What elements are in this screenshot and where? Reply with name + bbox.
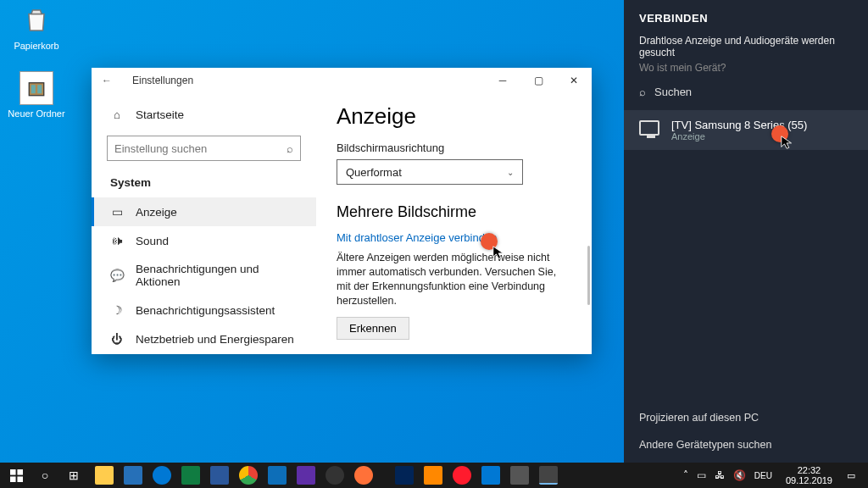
nav-category: System: [92, 171, 316, 197]
nav-label: Sound: [136, 235, 169, 247]
settings-window: ← Einstellungen ─ ▢ ✕ ⌂ Startseite Einst…: [92, 68, 592, 354]
taskbar-app-snip[interactable]: [292, 463, 320, 488]
window-title: Einstellungen: [132, 75, 193, 86]
taskbar-clock[interactable]: 22:32 09.12.2019: [781, 465, 837, 485]
connect-search-input[interactable]: ⌕ Suchen: [639, 86, 853, 98]
cortana-button[interactable]: ○: [32, 463, 58, 488]
svg-rect-2: [37, 85, 42, 93]
task-view-button[interactable]: ⊞: [58, 463, 90, 488]
taskbar-app-vlc[interactable]: [419, 463, 448, 488]
nav-home[interactable]: ⌂ Startseite: [92, 100, 316, 129]
taskbar-app-store[interactable]: [119, 463, 147, 488]
page-title: Anzeige: [337, 103, 571, 130]
taskbar-app-teamviewer[interactable]: [263, 463, 292, 488]
system-tray: ˄ ▭ 🖧 🔇 DEU: [676, 469, 779, 481]
sound-icon: 🕪: [110, 234, 124, 247]
search-placeholder: Einstellung suchen: [114, 142, 207, 155]
connect-status: Drahtlose Anzeige und Audiogeräte werden…: [639, 35, 853, 58]
taskbar-app-explorer[interactable]: [90, 463, 119, 488]
content-scrollbar[interactable]: [587, 246, 590, 305]
device-item-samsung-tv[interactable]: [TV] Samsung 8 Series (55) Anzeige: [624, 110, 868, 150]
titlebar: ← Einstellungen ─ ▢ ✕: [92, 68, 592, 93]
taskbar-app-chrome[interactable]: [234, 463, 263, 488]
tray-volume-icon[interactable]: 🔇: [733, 469, 746, 481]
nav-item-focus-assist[interactable]: ☽ Benachrichtigungsassistent: [92, 296, 316, 324]
dropdown-value: Querformat: [346, 166, 402, 179]
start-button[interactable]: [0, 463, 32, 488]
desktop-icon-new-folder[interactable]: Neuer Ordner: [7, 71, 66, 119]
svg-rect-1: [31, 85, 36, 93]
moon-icon: ☽: [110, 303, 124, 317]
taskbar-app-opera[interactable]: [448, 463, 476, 488]
search-icon: ⌕: [639, 86, 646, 98]
taskbar-app-generic[interactable]: [505, 463, 534, 488]
taskbar-app-powershell[interactable]: [390, 463, 419, 488]
nav-label: Netzbetrieb und Energiesparen: [136, 333, 294, 346]
taskbar-app-edge[interactable]: [147, 463, 176, 488]
nav-item-display[interactable]: ▭ Anzeige: [92, 197, 316, 226]
wireless-display-link[interactable]: Mit drahtloser Anzeige verbinden: [337, 231, 571, 244]
home-icon: ⌂: [110, 108, 124, 121]
orientation-label: Bildschirmausrichtung: [337, 141, 571, 154]
taskbar-app-obs[interactable]: [320, 463, 349, 488]
desktop-icon-label: Papierkorb: [7, 41, 66, 51]
taskbar-app-firefox[interactable]: [349, 463, 378, 488]
svg-rect-3: [10, 469, 16, 475]
multi-displays-heading: Mehrere Bildschirme: [337, 203, 571, 221]
taskbar-app-word[interactable]: [205, 463, 234, 488]
settings-content: Anzeige Bildschirmausrichtung Querformat…: [316, 93, 592, 354]
tray-language[interactable]: DEU: [754, 471, 772, 480]
search-icon: ⌕: [287, 142, 293, 155]
chevron-down-icon: ⌄: [507, 168, 514, 177]
nav-label: Benachrichtigungen und Aktionen: [136, 263, 298, 288]
nav-item-notifications[interactable]: 💬 Benachrichtigungen und Aktionen: [92, 255, 316, 296]
taskbar-app-excel[interactable]: [176, 463, 205, 488]
maximize-button[interactable]: ▢: [520, 68, 556, 93]
settings-nav: ⌂ Startseite Einstellung suchen ⌕ System…: [92, 93, 316, 354]
connect-title: VERBINDEN: [639, 12, 853, 25]
tv-icon: [639, 120, 659, 136]
action-center-button[interactable]: ▭: [839, 470, 863, 481]
svg-rect-5: [10, 476, 16, 482]
clock-date: 09.12.2019: [786, 475, 832, 485]
desktop-icon-label: Neuer Ordner: [7, 108, 66, 119]
nav-item-sound[interactable]: 🕪 Sound: [92, 226, 316, 255]
minimize-button[interactable]: ─: [485, 68, 520, 93]
nav-item-power[interactable]: ⏻ Netzbetrieb und Energiesparen: [92, 324, 316, 353]
close-button[interactable]: ✕: [556, 68, 592, 93]
svg-rect-4: [17, 469, 23, 475]
project-to-pc-link[interactable]: Projizieren auf diesen PC: [639, 412, 853, 424]
back-button[interactable]: ←: [102, 75, 112, 86]
orientation-dropdown[interactable]: Querformat ⌄: [337, 159, 523, 185]
folder-icon: [19, 71, 53, 105]
cursor-icon: [492, 245, 507, 263]
tray-chevron-up-icon[interactable]: ˄: [683, 469, 688, 481]
cursor-icon: [780, 135, 795, 153]
nav-label: Anzeige: [136, 206, 177, 219]
taskbar-app-settings[interactable]: [534, 463, 563, 488]
display-icon: ▭: [110, 205, 124, 219]
other-device-types-link[interactable]: Andere Gerätetypen suchen: [639, 439, 853, 451]
settings-search-input[interactable]: Einstellung suchen ⌕: [107, 136, 301, 161]
taskbar-app-mail[interactable]: [476, 463, 505, 488]
search-label: Suchen: [654, 86, 692, 98]
recycle-bin-icon: [19, 3, 53, 37]
connect-panel: VERBINDEN Drahtlose Anzeige und Audioger…: [624, 0, 868, 463]
detect-button[interactable]: Erkennen: [337, 317, 409, 340]
clock-time: 22:32: [786, 465, 832, 475]
where-is-device-link[interactable]: Wo ist mein Gerät?: [639, 62, 853, 74]
detect-description: Ältere Anzeigen werden möglicherweise ni…: [337, 251, 571, 308]
nav-label: Startseite: [136, 108, 184, 121]
power-icon: ⏻: [110, 332, 124, 346]
notifications-icon: 💬: [110, 269, 124, 282]
tray-cast-icon[interactable]: ▭: [697, 469, 706, 481]
tray-network-icon[interactable]: 🖧: [715, 469, 725, 481]
svg-rect-6: [17, 476, 23, 482]
desktop: Papierkorb Neuer Ordner ← Einstellungen …: [0, 0, 868, 488]
desktop-icon-recycle-bin[interactable]: Papierkorb: [7, 3, 66, 51]
nav-label: Benachrichtigungsassistent: [136, 304, 275, 317]
taskbar: ○ ⊞ ˄ ▭ 🖧 🔇 DEU: [0, 463, 868, 488]
